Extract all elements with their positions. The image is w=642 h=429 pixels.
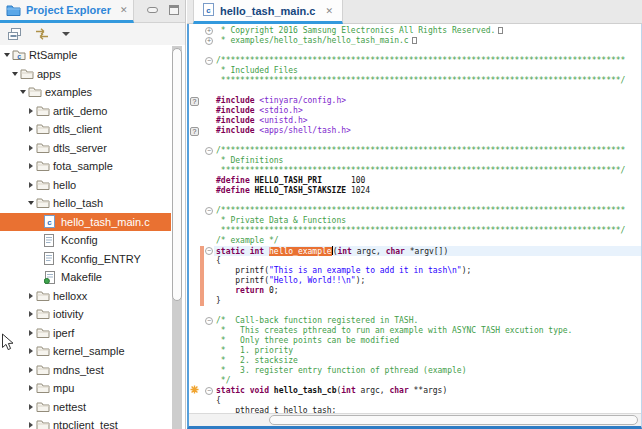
code-line-text[interactable]: }	[214, 296, 641, 306]
code-line-text[interactable]: * Only three points can be modified	[214, 336, 641, 346]
code-line-text[interactable]: /* Call-back function registered in TASH…	[214, 316, 641, 326]
link-with-editor-icon[interactable]	[34, 28, 50, 40]
horizontal-scrollbar[interactable]	[189, 413, 641, 426]
code-line-text[interactable]: * 1. priority	[214, 346, 641, 356]
tree-collapsed-arrow-icon[interactable]	[26, 330, 36, 336]
tree-collapsed-arrow-icon[interactable]	[26, 422, 36, 428]
code-line-text[interactable]: * 3. register entry function of pthread …	[214, 366, 641, 376]
fold-expand-icon[interactable]: +	[205, 27, 213, 35]
code-line-text[interactable]: #include <unistd.h>	[214, 116, 641, 126]
code-line-text[interactable]: #include <apps/shell/tash.h>	[214, 126, 641, 136]
view-menu-icon[interactable]	[62, 32, 70, 36]
code-line-text[interactable]: /***************************************…	[214, 56, 641, 66]
code-line-text[interactable]: #include <stdio.h>	[214, 106, 641, 116]
code-line-text[interactable]: * Copyright 2016 Samsung Electronics All…	[214, 26, 641, 36]
fold-collapse-icon[interactable]: −	[205, 147, 213, 155]
tree-expanded-arrow-icon[interactable]	[26, 201, 36, 205]
code-line-text[interactable]: * 2. stacksize	[214, 356, 641, 366]
tree-collapsed-arrow-icon[interactable]	[26, 367, 36, 373]
fold-collapse-icon[interactable]: −	[205, 207, 213, 215]
collapse-all-icon[interactable]	[7, 27, 22, 41]
code-line-text[interactable]: ****************************************…	[214, 166, 641, 176]
tree-item-hello-tash[interactable]: hello_tash	[0, 194, 171, 213]
tree-collapsed-arrow-icon[interactable]	[26, 311, 36, 317]
tree-item-apps[interactable]: apps	[0, 65, 171, 84]
tree-collapsed-arrow-icon[interactable]	[26, 293, 36, 299]
code-line-text[interactable]: /***************************************…	[214, 206, 641, 216]
tree-item-kconfig[interactable]: Kconfig	[0, 231, 171, 250]
maximize-icon[interactable]	[169, 5, 179, 15]
code-line-text[interactable]: /***************************************…	[214, 146, 641, 156]
tree-expanded-arrow-icon[interactable]	[18, 90, 28, 94]
code-line-text[interactable]: * Definitions	[214, 156, 641, 166]
code-line-text[interactable]: #define HELLO_TASH_PRI 100	[214, 176, 641, 186]
code-line-text[interactable]	[214, 306, 641, 316]
question-marker-icon[interactable]: ?	[190, 97, 199, 106]
tree-scrollbar[interactable]	[172, 46, 182, 429]
tree-collapsed-arrow-icon[interactable]	[26, 108, 36, 114]
code-line-text[interactable]: * Included Files	[214, 66, 641, 76]
tree-item-kconfig-entry[interactable]: Kconfig_ENTRY	[0, 250, 171, 269]
tree-item-nettest[interactable]: nettest	[0, 398, 171, 417]
fold-collapse-icon[interactable]: −	[205, 317, 213, 325]
tree-expanded-arrow-icon[interactable]	[2, 53, 12, 57]
tree-scrollbar-thumb[interactable]	[172, 48, 182, 301]
horizontal-scrollbar-thumb[interactable]	[269, 415, 638, 425]
tree-item-hello-tash-main-c[interactable]: chello_tash_main.c	[0, 213, 171, 232]
tree-item-artik-demo[interactable]: artik_demo	[0, 102, 171, 121]
code-line-text[interactable]: static void hello_tash_cb(int argc, char…	[214, 386, 641, 396]
code-line-text[interactable]: * This creates pthread to run an example…	[214, 326, 641, 336]
tree-item-rtsample[interactable]: cRtSample	[0, 46, 171, 65]
tree-item-examples[interactable]: examples	[0, 83, 171, 102]
code-line-text[interactable]	[214, 136, 641, 146]
code-line-text[interactable]	[214, 46, 641, 56]
code-line-text[interactable]: * examples/hello_tash/hello_tash_main.c	[214, 36, 641, 46]
code-line-text[interactable]: {	[214, 396, 641, 406]
code-line-text[interactable]: static int hello_example(int argc, char …	[214, 246, 641, 256]
close-icon[interactable]: ✕	[120, 5, 128, 15]
code-line-text[interactable]: */	[214, 376, 641, 386]
code-line-text[interactable]: /* example */	[214, 236, 641, 246]
code-line-text[interactable]: printf("This is an example to add it in …	[214, 266, 641, 276]
close-icon[interactable]: ✕	[325, 6, 333, 16]
fold-expand-icon[interactable]: +	[205, 37, 213, 45]
fold-collapse-icon[interactable]: −	[205, 57, 213, 65]
tree-collapsed-arrow-icon[interactable]	[26, 385, 36, 391]
code-line-text[interactable]: {	[214, 256, 641, 266]
code-viewport[interactable]: + * Copyright 2016 Samsung Electronics A…	[189, 26, 641, 413]
fold-collapse-icon[interactable]: −	[205, 387, 213, 395]
tree-item-hello[interactable]: hello	[0, 176, 171, 195]
tab-project-explorer[interactable]: Project Explorer ✕	[0, 0, 134, 23]
tree-item-iotivity[interactable]: iotivity	[0, 305, 171, 324]
tree-item-iperf[interactable]: iperf	[0, 324, 171, 343]
tree-item-dtls-client[interactable]: dtls_client	[0, 120, 171, 139]
code-line-text[interactable]: printf("Hello, World!!\n");	[214, 276, 641, 286]
code-line-text[interactable]	[214, 86, 641, 96]
tree-item-helloxx[interactable]: helloxx	[0, 287, 171, 306]
code-line-text[interactable]	[214, 196, 641, 206]
tree-item-mpu[interactable]: mpu	[0, 379, 171, 398]
tree-collapsed-arrow-icon[interactable]	[26, 163, 36, 169]
fold-collapse-icon[interactable]: −	[205, 247, 213, 255]
tree-expanded-arrow-icon[interactable]	[10, 72, 20, 76]
minimize-icon[interactable]	[147, 7, 158, 13]
code-line-text[interactable]: * Private Data & Functions	[214, 216, 641, 226]
tree-collapsed-arrow-icon[interactable]	[26, 182, 36, 188]
tab-hello-tash-main-c[interactable]: c hello_tash_main.c ✕	[193, 0, 343, 24]
question-marker-icon[interactable]: ?	[190, 127, 199, 136]
tree-collapsed-arrow-icon[interactable]	[26, 348, 36, 354]
tree-collapsed-arrow-icon[interactable]	[26, 126, 36, 132]
tree-item-makefile[interactable]: Makefile	[0, 268, 171, 287]
tree-item-mdns-test[interactable]: mdns_test	[0, 361, 171, 380]
tree-collapsed-arrow-icon[interactable]	[26, 145, 36, 151]
code-line-text[interactable]: #include <tinyara/config.h>	[214, 96, 641, 106]
tree-item-kernel-sample[interactable]: kernel_sample	[0, 342, 171, 361]
code-line-text[interactable]: ****************************************…	[214, 226, 641, 236]
code-line-text[interactable]: pthread_t hello_tash;	[214, 406, 641, 413]
tree-collapsed-arrow-icon[interactable]	[26, 404, 36, 410]
code-line-text[interactable]: ****************************************…	[214, 76, 641, 86]
code-line-text[interactable]: #define HELLO_TASH_STAKSIZE 1024	[214, 186, 641, 196]
code-line-text[interactable]: return 0;	[214, 286, 641, 296]
tree-item-fota-sample[interactable]: fota_sample	[0, 157, 171, 176]
tree-item-ntpclient-test[interactable]: ntpclient_test	[0, 416, 171, 429]
